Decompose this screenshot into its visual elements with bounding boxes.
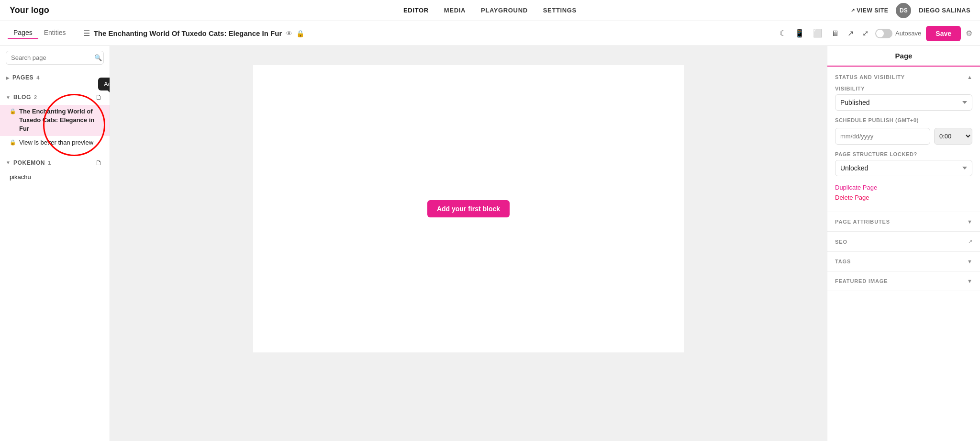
schedule-row: 0:00	[835, 128, 972, 145]
pages-section-count: 4	[36, 75, 39, 80]
pokemon-chevron-icon: ▼	[6, 160, 11, 165]
sidebar-item-view[interactable]: 🔒 View is better than preview	[0, 136, 110, 149]
pages-section-header[interactable]: ▶ PAGES 4	[0, 71, 110, 84]
schedule-field: SCHEDULE PUBLISH (GMT+0) 0:00	[835, 117, 972, 145]
blog-section-count: 2	[34, 94, 37, 100]
schedule-label: SCHEDULE PUBLISH (GMT+0)	[835, 117, 972, 123]
editor-toolbar: Pages Entities ☰ The Enchanting World Of…	[0, 21, 980, 46]
search-input[interactable]	[11, 54, 91, 61]
delete-page-link[interactable]: Delete Page	[835, 194, 972, 201]
page-structure-label: PAGE STRUCTURE LOCKED?	[835, 151, 972, 157]
status-chevron-icon[interactable]: ▲	[967, 74, 972, 80]
pages-chevron-icon: ▶	[6, 75, 10, 80]
page-title: The Enchanting World Of Tuxedo Cats: Ele…	[94, 29, 282, 37]
toolbar-tabs: Pages Entities	[8, 27, 72, 40]
tab-entities[interactable]: Entities	[38, 27, 72, 39]
logo: Your logo	[10, 5, 49, 15]
featured-image-label: FEATURED IMAGE	[835, 278, 888, 284]
canvas: Add your first block	[110, 46, 827, 441]
add-blog-button[interactable]: 🗋	[93, 92, 104, 102]
featured-image-chevron-icon: ▼	[967, 278, 972, 284]
pages-section-label: PAGES	[12, 74, 33, 81]
nav-playground[interactable]: PLAYGROUND	[481, 7, 528, 14]
sidebar-item-pikachu[interactable]: pikachu	[0, 170, 110, 184]
tags-section[interactable]: TAGS ▼	[827, 252, 980, 271]
page-attributes-label: PAGE ATTRIBUTES	[835, 219, 890, 225]
add-new-blog-tooltip: Add new blog	[98, 78, 110, 90]
seo-arrow-icon: ↗	[968, 238, 972, 245]
page-attributes-section[interactable]: PAGE ATTRIBUTES ▼	[827, 212, 980, 232]
external-link-icon: ↗	[851, 8, 855, 13]
dark-mode-btn[interactable]: ☾	[778, 27, 788, 40]
blog-section-label: BLOG	[13, 94, 31, 101]
add-pokemon-button[interactable]: 🗋	[93, 158, 104, 168]
tags-label: TAGS	[835, 259, 851, 264]
hamburger-icon[interactable]: ☰	[83, 29, 90, 38]
page-structure-select[interactable]: Unlocked Locked	[835, 160, 972, 176]
sidebar: 🔍 ▶ PAGES 4 ▼ BLOG 2 Add new bl	[0, 46, 110, 441]
tab-pages[interactable]: Pages	[8, 27, 38, 39]
desktop-view-btn[interactable]: 🖥	[829, 27, 841, 40]
tags-chevron-icon: ▼	[967, 259, 972, 264]
schedule-date-input[interactable]	[835, 128, 930, 145]
add-blog-tooltip-container: Add new blog 🗋	[93, 92, 104, 102]
visibility-field: VISIBILITY Published Draft Private	[835, 86, 972, 111]
pokemon-section-count: 1	[48, 160, 51, 166]
page-title-area: ☰ The Enchanting World Of Tuxedo Cats: E…	[83, 29, 772, 38]
autosave-switch[interactable]	[875, 29, 892, 38]
pages-section: ▶ PAGES 4	[0, 68, 110, 87]
search-icon: 🔍	[94, 54, 102, 61]
blog-chevron-icon: ▼	[6, 95, 11, 100]
toolbar-right: ☾ 📱 ⬜ 🖥 ↗ ⤢ Autosave Save ⚙	[778, 26, 972, 41]
eye-icon[interactable]: 👁	[286, 30, 292, 37]
settings-gear-icon[interactable]: ⚙	[966, 29, 972, 38]
status-section-header: STATUS AND VISIBILITY ▲	[835, 74, 972, 80]
pokemon-section: ▼ POKEMON 1 🗋 pikachu	[0, 152, 110, 187]
main-content: 🔍 ▶ PAGES 4 ▼ BLOG 2 Add new bl	[0, 46, 980, 441]
sidebar-item-pikachu-label: pikachu	[10, 173, 31, 181]
lock-icon[interactable]: 🔒	[296, 30, 304, 37]
share-btn[interactable]: ↗	[846, 27, 856, 40]
lock-icon-view: 🔒	[10, 139, 16, 146]
seo-label: SEO	[835, 239, 847, 245]
nav-media[interactable]: MEDIA	[444, 7, 466, 14]
page-structure-field: PAGE STRUCTURE LOCKED? Unlocked Locked	[835, 151, 972, 176]
pokemon-section-label: POKEMON	[13, 159, 45, 166]
add-first-block-button[interactable]: Add your first block	[427, 200, 510, 217]
lock-icon-tuxedo: 🔒	[10, 108, 16, 114]
nav-links: EDITOR MEDIA PLAYGROUND SETTINGS	[403, 7, 577, 14]
blog-section-header[interactable]: ▼ BLOG 2 Add new blog 🗋	[0, 90, 110, 105]
page-attributes-chevron-icon: ▼	[967, 219, 972, 225]
featured-image-section[interactable]: FEATURED IMAGE ▼	[827, 271, 980, 291]
nav-editor[interactable]: EDITOR	[403, 7, 429, 14]
tablet-view-btn[interactable]: ⬜	[811, 27, 824, 40]
visibility-label: VISIBILITY	[835, 86, 972, 91]
fullscreen-btn[interactable]: ⤢	[860, 27, 870, 40]
seo-section[interactable]: SEO ↗	[827, 232, 980, 252]
status-section-label: STATUS AND VISIBILITY	[835, 74, 905, 80]
autosave-label: Autosave	[895, 30, 921, 37]
blog-section: ▼ BLOG 2 Add new blog 🗋 🔒 The Enchanting…	[0, 87, 110, 152]
pokemon-section-header[interactable]: ▼ POKEMON 1 🗋	[0, 155, 110, 170]
sidebar-item-tuxedo[interactable]: 🔒 The Enchanting World of Tuxedo Cats: E…	[0, 105, 110, 136]
canvas-inner: Add your first block	[253, 65, 684, 352]
nav-settings[interactable]: SETTINGS	[543, 7, 577, 14]
visibility-select[interactable]: Published Draft Private	[835, 94, 972, 111]
status-visibility-section: STATUS AND VISIBILITY ▲ VISIBILITY Publi…	[827, 67, 980, 212]
toggle-knob	[876, 30, 884, 37]
search-bar: 🔍	[6, 51, 104, 65]
duplicate-page-link[interactable]: Duplicate Page	[835, 184, 972, 191]
right-panel: Page STATUS AND VISIBILITY ▲ VISIBILITY …	[827, 46, 980, 441]
save-button[interactable]: Save	[926, 26, 961, 41]
top-nav: Your logo EDITOR MEDIA PLAYGROUND SETTIN…	[0, 0, 980, 21]
sidebar-item-view-label: View is better than preview	[19, 138, 93, 147]
user-avatar[interactable]: DS	[896, 3, 911, 18]
mobile-view-btn[interactable]: 📱	[793, 27, 806, 40]
nav-right: ↗ VIEW SITE DS DIEGO SALINAS	[851, 3, 970, 18]
sidebar-item-tuxedo-label: The Enchanting World of Tuxedo Cats: Ele…	[19, 107, 104, 134]
schedule-time-select[interactable]: 0:00	[934, 128, 972, 145]
autosave-toggle: Autosave	[875, 29, 921, 38]
view-site-link[interactable]: ↗ VIEW SITE	[851, 7, 889, 14]
user-name: DIEGO SALINAS	[919, 7, 970, 14]
right-panel-title: Page	[895, 52, 913, 60]
